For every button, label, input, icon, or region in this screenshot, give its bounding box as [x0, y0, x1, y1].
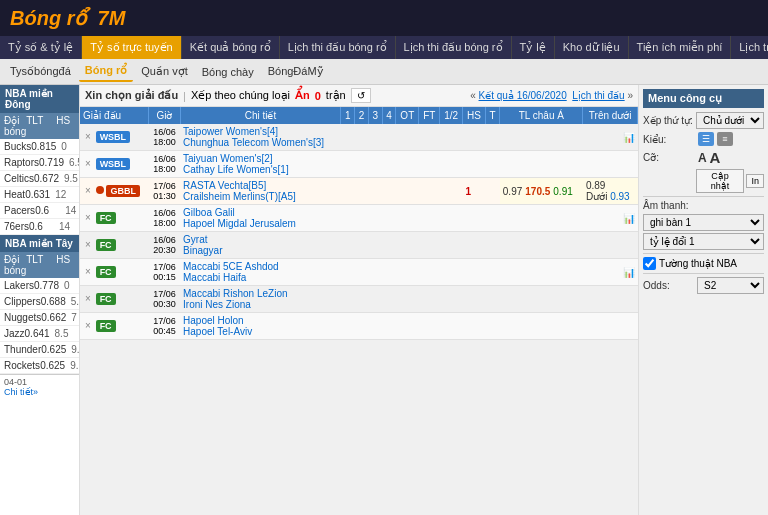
- filter-sep: |: [183, 90, 186, 102]
- col-tlt: TLT: [26, 115, 56, 137]
- app-container: Bóng rổ 7M Tỷ số & tỷ lệ Tỷ số trực tuyế…: [0, 0, 768, 515]
- teams-cell: Maccabi 5CE Ashdod Maccabi Haifa: [180, 259, 341, 286]
- col-chi-tiet: Chi tiết: [180, 107, 341, 124]
- col-tl-chau-a: TL châu Á: [500, 107, 583, 124]
- table-row: × WSBL 16/0618:00 Taipower Women's[4] Ch…: [80, 124, 638, 151]
- west-team-clippers[interactable]: Clippers 0.688 5.5: [0, 294, 79, 310]
- team1-name[interactable]: Gyrat: [183, 234, 338, 245]
- league-badge-fc2[interactable]: FC: [96, 239, 116, 251]
- matches-table-wrap: Giải đấu Giờ Chi tiết 1 2 3 4 OT FT 1/2 …: [80, 107, 638, 515]
- kieu-icon-2[interactable]: ≡: [717, 132, 733, 146]
- league-badge-fc3[interactable]: FC: [96, 266, 116, 278]
- in-button[interactable]: In: [746, 174, 764, 188]
- league-badge-gbbl[interactable]: GBBL: [106, 185, 140, 197]
- table-row: × WSBL 16/0618:00 Taiyuan Women's[2] Cat…: [80, 151, 638, 178]
- result-link[interactable]: Kết quả 16/06/2020: [479, 90, 567, 101]
- team1-name[interactable]: Taipower Women's[4]: [183, 126, 338, 137]
- table-row: × FC 17/0600:15 Maccabi 5CE Ashdod Macca…: [80, 259, 638, 286]
- schedule-link[interactable]: Lịch thi đấu: [572, 90, 624, 101]
- col-hs-w: HS: [56, 254, 80, 276]
- right-panel: Menu công cụ Xếp thứ tự: Chủ dưới Khách …: [638, 85, 768, 515]
- subnav-tysoBD[interactable]: Tysốbóngđá: [4, 62, 77, 81]
- col-3: 3: [368, 107, 382, 124]
- am-thanh-label: Âm thanh:: [643, 200, 698, 211]
- tuong-thuat-checkbox[interactable]: [643, 257, 656, 270]
- league-badge-fc5[interactable]: FC: [96, 320, 116, 332]
- league-badge-wsbl2[interactable]: WSBL: [96, 158, 131, 170]
- team2-name[interactable]: Hapoel Migdal Jerusalem: [183, 218, 338, 229]
- date-cell: 16/0618:00: [149, 151, 180, 178]
- refresh-button[interactable]: ↺: [351, 88, 371, 103]
- badge-cell: × FC: [80, 259, 149, 286]
- nav-ty-le[interactable]: Tỷ lệ: [512, 36, 555, 59]
- west-section-label: NBA miền Tây: [0, 235, 79, 252]
- subnav-quanvot[interactable]: Quần vợt: [135, 62, 193, 81]
- league-badge-fc4[interactable]: FC: [96, 293, 116, 305]
- east-team-76ers[interactable]: 76ers 0.6 14: [0, 219, 79, 235]
- filter-hide[interactable]: Ẩn: [295, 89, 310, 102]
- east-team-pacers[interactable]: Pacers 0.6 14: [0, 203, 79, 219]
- nav-lich-dau[interactable]: Lịch thi đấu bóng rổ: [280, 36, 396, 59]
- ty-le-doi-select[interactable]: tỷ lệ đổi 1 tỷ lệ đổi 2: [643, 233, 764, 250]
- west-team-thunder[interactable]: Thunder 0.625 9.5: [0, 342, 79, 358]
- odds-select[interactable]: S2 S1 S3: [697, 277, 764, 294]
- badge-cell: × GBBL: [80, 178, 149, 205]
- team1-name[interactable]: Hapoel Holon: [183, 315, 338, 326]
- sidebar-pagination[interactable]: 04-01 Chi tiết»: [0, 374, 79, 399]
- east-team-bucks[interactable]: Bucks 0.815 0: [0, 139, 79, 155]
- west-team-rockets[interactable]: Rockets 0.625 9.5: [0, 358, 79, 374]
- west-team-lakers[interactable]: Lakers 0.778 0: [0, 278, 79, 294]
- team2-name[interactable]: Crailsheim Merlins(T)[A5]: [183, 191, 338, 202]
- col-hs: HS: [463, 107, 486, 124]
- nav-kho-du-lieu[interactable]: Kho dữ liệu: [555, 36, 629, 59]
- team2-name[interactable]: Chunghua Telecom Women's[3]: [183, 137, 338, 148]
- teams-cell: Taiyuan Women's[2] Cathay Life Women's[1…: [180, 151, 341, 178]
- league-badge-wsbl[interactable]: WSBL: [96, 131, 131, 143]
- west-team-nuggets[interactable]: Nuggets 0.662 7: [0, 310, 79, 326]
- team1-name[interactable]: Taiyuan Women's[2]: [183, 153, 338, 164]
- main-nav: Tỷ số & tỷ lệ Tỷ số trực tuyến Kết quả b…: [0, 36, 768, 59]
- west-team-jazz[interactable]: Jazz 0.641 8.5: [0, 326, 79, 342]
- east-team-heat[interactable]: Heat 0.631 12: [0, 187, 79, 203]
- team2-name[interactable]: Ironi Nes Ziona: [183, 299, 338, 310]
- team1-name[interactable]: RASTA Vechta[B5]: [183, 180, 338, 191]
- teams-cell: Maccabi Rishon LeZion Ironi Nes Ziona: [180, 286, 341, 313]
- content-area: Xin chọn giải đấu | Xếp theo chúng loại …: [80, 85, 638, 515]
- team1-name[interactable]: Maccabi Rishon LeZion: [183, 288, 338, 299]
- col-tren-duoi: Trên dưới: [583, 107, 638, 124]
- tren-duoi-cell: 0.89 Dưới 0.93: [583, 178, 638, 205]
- nav-lich-dau2[interactable]: Lịch thi đấu bóng rổ: [396, 36, 512, 59]
- east-team-celtics[interactable]: Celtics 0.672 9.5: [0, 171, 79, 187]
- cap-nhat-button[interactable]: Cập nhật: [696, 169, 743, 193]
- team2-name[interactable]: Cathay Life Women's[1]: [183, 164, 338, 175]
- am-thanh-select[interactable]: ghi bàn 1 ghi bàn 2: [643, 214, 764, 231]
- team1-name[interactable]: Maccabi 5CE Ashdod: [183, 261, 338, 272]
- team1-name[interactable]: Gilboa Galil: [183, 207, 338, 218]
- subnav-bongro[interactable]: Bóng rổ: [79, 61, 133, 82]
- col-t: T: [485, 107, 499, 124]
- divider-1: [643, 196, 764, 197]
- site-title: Bóng rổ 7M: [10, 6, 125, 30]
- nav-truc-tuyen[interactable]: Tỷ số trực tuyến: [82, 36, 181, 59]
- league-badge-fc[interactable]: FC: [96, 212, 116, 224]
- tuong-thuat-label: Tường thuật NBA: [659, 258, 737, 269]
- team2-name[interactable]: Maccabi Haifa: [183, 272, 338, 283]
- xep-thu-tu-row: Xếp thứ tự: Chủ dưới Khách trên: [643, 112, 764, 129]
- subnav-bongdamy[interactable]: BóngĐáMỹ: [262, 62, 330, 81]
- nav-ty-so[interactable]: Tỷ số & tỷ lệ: [0, 36, 82, 59]
- table-row: × FC 16/0618:00 Gilboa Galil Hapoel Migd…: [80, 205, 638, 232]
- left-sidebar: NBA miền Đông Đội bóng TLT HS Bucks 0.81…: [0, 85, 80, 515]
- nav-lich-truyen-hinh[interactable]: Lịch truyền hình: [731, 36, 768, 59]
- size-large[interactable]: A: [709, 149, 720, 166]
- subnav-bongchay[interactable]: Bóng chày: [196, 63, 260, 81]
- east-team-raptors[interactable]: Raptors 0.719 6.5: [0, 155, 79, 171]
- size-small[interactable]: A: [698, 151, 707, 165]
- xep-thu-tu-select[interactable]: Chủ dưới Khách trên: [696, 112, 764, 129]
- nav-ket-qua[interactable]: Kết quả bóng rổ: [182, 36, 280, 59]
- nav-tien-ich[interactable]: Tiện ích miễn phí: [629, 36, 732, 59]
- col-tlt-w: TLT: [26, 254, 56, 276]
- team2-name[interactable]: Hapoel Tel-Aviv: [183, 326, 338, 337]
- team2-name[interactable]: Binagyar: [183, 245, 338, 256]
- kieu-icon-1[interactable]: ☰: [698, 132, 714, 146]
- am-thanh-row: Âm thanh:: [643, 200, 764, 211]
